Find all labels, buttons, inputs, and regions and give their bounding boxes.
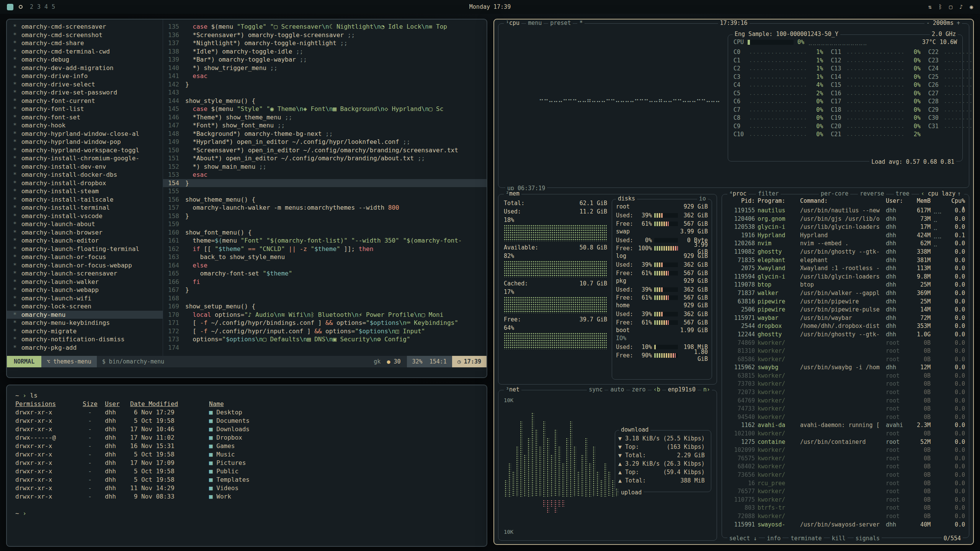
process-row[interactable]: 119082ghostty/usr/bin/ghostty --gtk-dhh3…: [726, 248, 965, 256]
file-list-item[interactable]: *omarchy-lock-screen: [13, 302, 163, 311]
iface-next-button[interactable]: n›: [701, 386, 712, 393]
code-line[interactable]: 156show_theme_menu() {: [163, 196, 487, 204]
process-row[interactable]: 74869kworker/root0B0.0: [726, 339, 965, 347]
net-auto-button[interactable]: auto: [608, 386, 626, 393]
code-line[interactable]: 141 esac: [163, 72, 487, 80]
code-line[interactable]: 151 *About*) open_in_editor ~/.config/om…: [163, 154, 487, 163]
process-row[interactable]: 72073kworker/root0B0.0: [726, 388, 965, 397]
file-list-item[interactable]: *omarchy-menu: [7, 311, 163, 319]
file-list-item[interactable]: *omarchy-menu-keybindings: [13, 319, 163, 327]
code-line[interactable]: 135 case $(menu "Toggle" "▢ Screensaver\…: [163, 23, 487, 31]
file-list-item[interactable]: *omarchy-hyprland-workspace-toggl: [13, 146, 163, 155]
file-list-item[interactable]: *omarchy-launch-or-focus: [13, 253, 163, 261]
process-row[interactable]: 72088kworker/root0B0.0: [726, 512, 965, 521]
process-row[interactable]: 2075XwaylandXwayland :1 -rootless -dhh11…: [726, 264, 965, 273]
io-toggle[interactable]: io: [697, 195, 708, 202]
code-line[interactable]: 172 [ -f ~/.config/hypr/input.conf ] && …: [163, 327, 487, 336]
file-list-item[interactable]: *omarchy-install-docker-dbs: [13, 171, 163, 179]
code-line[interactable]: 174: [163, 344, 487, 352]
process-row[interactable]: 2506pipewire/usr/bin/pipewire-pulsedhh14…: [726, 306, 965, 314]
menu-button[interactable]: menu: [526, 20, 544, 26]
file-list-item[interactable]: *omarchy-install-dropbox: [13, 179, 163, 187]
process-row[interactable]: 73656kworker/root0B0.0: [726, 471, 965, 479]
file-list-item[interactable]: *omarchy-dev-add-migration: [13, 64, 163, 72]
process-row[interactable]: 2544dropbox/home/dhh/.dropbox-distdhh353…: [726, 322, 965, 331]
file-list-item[interactable]: *omarchy-launch-or-focus-webapp: [13, 261, 163, 270]
interval-decrease-button[interactable]: -: [926, 20, 930, 26]
file-list-item[interactable]: *omarchy-install-chromium-google-: [13, 154, 163, 163]
prompt-line[interactable]: ~ ›: [15, 509, 478, 518]
power-icon[interactable]: ◉: [970, 3, 973, 10]
code-line[interactable]: 157 omarchy-launch-walker -m menus:omarc…: [163, 204, 487, 212]
process-row[interactable]: 76577kworker/root0B0.0: [726, 487, 965, 496]
process-row[interactable]: 68402kworker/root0B0.0: [726, 463, 965, 471]
process-row[interactable]: 119155nautilus/usr/bin/nautilus --newdhh…: [726, 207, 965, 215]
code-line[interactable]: 153 esac: [163, 171, 487, 179]
file-list-item[interactable]: *omarchy-launch-browser: [13, 228, 163, 237]
preset-button[interactable]: preset: [548, 20, 573, 26]
code-line[interactable]: 161 theme=$(menu "Font" "$(omarchy-font-…: [163, 236, 487, 245]
file-list-item[interactable]: *omarchy-install-vscode: [13, 212, 163, 220]
file-list-item[interactable]: *omarchy-font-list: [13, 105, 163, 113]
file-list-item[interactable]: *omarchy-hook: [13, 121, 163, 130]
btop-window[interactable]: ¹cpu menu preset * 17:39:16 - 2000ms + ⠒…: [493, 19, 974, 545]
code-line[interactable]: 149 *Hyprland*) open_in_editor ~/.config…: [163, 138, 487, 146]
code-line[interactable]: 162 if [[ "$theme" == "CNCLD" || -z "$th…: [163, 245, 487, 253]
process-row[interactable]: 110775kworker/root0B0.0: [726, 496, 965, 504]
workspace-5[interactable]: 5: [52, 3, 55, 10]
iface-prev-button[interactable]: ‹b: [652, 386, 662, 393]
file-list-item[interactable]: *omarchy-font-set: [13, 113, 163, 122]
process-row[interactable]: 73703kworker/root0B0.0: [726, 380, 965, 388]
proc-footer-button[interactable]: kill: [830, 535, 848, 542]
editor-window[interactable]: *omarchy-cmd-screensaver*omarchy-cmd-scr…: [6, 19, 487, 378]
workspace-4[interactable]: 4: [44, 3, 48, 10]
proc-footer-button[interactable]: signals: [854, 535, 882, 542]
process-row[interactable]: 102100kworker/root0B0.0: [726, 430, 965, 438]
process-row[interactable]: 102099kworker/root0B0.0: [726, 446, 965, 455]
process-row[interactable]: 115991swayosd-/usr/bin/swayosd-serverdhh…: [726, 521, 965, 529]
scroll-up-indicator[interactable]: ↑: [956, 190, 963, 197]
file-list-item[interactable]: *omarchy-launch-about: [13, 220, 163, 228]
file-list-item[interactable]: *omarchy-cmd-terminal-cwd: [13, 47, 163, 56]
process-row[interactable]: 115962swaybg/usr/bin/swaybg -i /homdhh12…: [726, 364, 965, 372]
file-list-item[interactable]: *omarchy-launch-editor: [13, 236, 163, 245]
process-row[interactable]: 63816pipewire/usr/bin/pipewiredhh25M0.0: [726, 298, 965, 306]
code-line[interactable]: 163 back_to show_style_menu: [163, 253, 487, 261]
file-list-item[interactable]: *omarchy-drive-info: [13, 72, 163, 80]
code-line[interactable]: 169show_setup_menu() {: [163, 302, 487, 311]
tree-button[interactable]: tree: [894, 190, 911, 197]
file-list-item[interactable]: *omarchy-launch-floating-terminal: [13, 245, 163, 253]
active-workspace-icon[interactable]: [7, 4, 13, 10]
file-list-item[interactable]: *omarchy-drive-set-password: [13, 88, 163, 97]
display-icon[interactable]: ▢: [949, 3, 952, 10]
file-list-item[interactable]: *omarchy-drive-select: [13, 80, 163, 89]
code-line[interactable]: 148 *Background*) omarchy-theme-bg-next …: [163, 130, 487, 138]
code-line[interactable]: 155: [163, 187, 487, 196]
code-line[interactable]: 146 *Theme*) show_theme_menu ;;: [163, 113, 487, 122]
process-row[interactable]: 81310kworker/root0B0.0: [726, 347, 965, 355]
process-row[interactable]: 119594glycin-i/usr/lib/glycin-loadersdhh…: [726, 273, 965, 281]
code-line[interactable]: 138 *Idle*) omarchy-toggle-idle ;;: [163, 47, 487, 56]
file-list-item[interactable]: *omarchy-install-tailscale: [13, 196, 163, 204]
process-row[interactable]: 16rcu_preeroot0B0.0: [726, 479, 965, 488]
process-row[interactable]: 1916HyprlandHyprlanddhh424M⣀⣀⣀0.1: [726, 231, 965, 240]
process-row[interactable]: 71835elephantelephantdhh381M0.0: [726, 256, 965, 265]
code-line[interactable]: 147 *Font*) show_font_menu ;;: [163, 121, 487, 130]
code-line[interactable]: 139 *Bar*) omarchy-toggle-waybar ;;: [163, 55, 487, 64]
process-row[interactable]: 94540kworker/root0B0.0: [726, 413, 965, 422]
file-list-item[interactable]: *omarchy-cmd-share: [13, 39, 163, 47]
file-list-item[interactable]: *omarchy-font-current: [13, 97, 163, 105]
process-row[interactable]: 115971waybar/usr/bin/waybardhh72M0.0: [726, 314, 965, 323]
code-line[interactable]: 140 *) show_trigger_menu ;;: [163, 64, 487, 72]
code-line[interactable]: 145 case $(menu "Style" "◉ Theme\n◈ Font…: [163, 105, 487, 113]
code-line[interactable]: 166 fi: [163, 278, 487, 286]
code-line[interactable]: 159: [163, 220, 487, 228]
per-core-button[interactable]: per-core: [819, 190, 850, 197]
process-row[interactable]: 120538glycin-i/usr/lib/glycin-loadersdhh…: [726, 223, 965, 231]
code-line[interactable]: 168: [163, 294, 487, 303]
code-line[interactable]: 170 local options="♪ Audio\n≋ Wifi\nᛒ Bl…: [163, 311, 487, 319]
file-list-item[interactable]: *omarchy-launch-walker: [13, 278, 163, 286]
filter-button[interactable]: filter: [756, 190, 781, 197]
proc-footer-button[interactable]: select ↓: [727, 535, 759, 542]
process-row[interactable]: 12244ghostty/usr/bin/ghostty --gtk-dhh1.…: [726, 331, 965, 339]
